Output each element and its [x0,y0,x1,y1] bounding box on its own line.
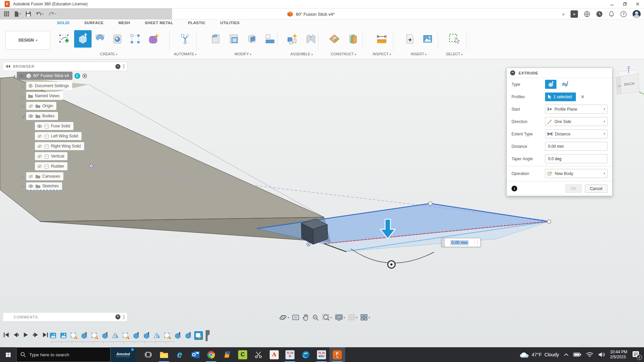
extent-type-dropdown[interactable]: Distance ▾ [545,129,607,138]
panel-resize-grip[interactable] [123,64,124,69]
eye-off-icon[interactable] [28,175,34,178]
tab-utilities[interactable]: UTILITIES [220,21,239,25]
cancel-button[interactable]: Cancel [585,184,607,193]
distance-value-field[interactable]: 0.00 mm [445,240,474,245]
battery-icon[interactable] [573,352,581,357]
start-button[interactable] [0,347,16,362]
file-menu-icon[interactable]: ▾ [14,11,21,17]
automate-button[interactable] [178,32,193,46]
eye-icon[interactable] [37,124,42,128]
browser-item-vertical[interactable]: Vertical [35,152,67,160]
comments-panel-header[interactable]: COMMENTS + [3,312,127,321]
start-dropdown[interactable]: Profile Plane ▾ [545,105,607,114]
tree-expand-arrow[interactable]: ▷ [20,185,26,188]
volume-icon[interactable] [598,352,605,357]
split-body-button[interactable] [263,32,277,46]
timeline-feature-sketch[interactable] [163,331,172,340]
taskbar-app-task-view[interactable] [140,347,156,362]
clear-selection-icon[interactable]: ✕ [581,94,585,100]
eye-off-icon[interactable] [37,165,42,168]
eye-off-icon[interactable] [37,155,42,158]
timeline-feature-sketch[interactable] [194,331,203,340]
fit-view-icon[interactable]: ▾ [322,314,332,321]
extensions-icon[interactable] [584,11,590,17]
group-label-modify[interactable]: MODIFY▾ [234,52,251,56]
timeline-position-marker[interactable] [205,330,210,342]
timeline-feature-mirror[interactable] [111,331,120,340]
tab-solid[interactable]: SOLID [57,21,69,25]
close-document-icon[interactable]: × [562,11,565,17]
tab-sheet-metal[interactable]: SHEET METAL [145,21,173,25]
insert-canvas-button[interactable] [420,32,435,46]
floating-distance-input[interactable]: 0.00 mm ⋮ [441,238,481,247]
browser-item-sketches[interactable]: Sketches [26,182,62,190]
taskbar-app-chrome[interactable] [203,347,219,362]
operation-dropdown[interactable]: New Body ▾ [545,169,607,178]
timeline-feature-canvas[interactable] [49,331,57,340]
browser-item-bodies[interactable]: Bodies [26,112,58,120]
step-back-button[interactable] [13,332,19,338]
eye-icon[interactable] [28,114,34,118]
tree-expand-arrow[interactable]: ▷ [20,94,26,98]
browser-item-fuse-solid[interactable]: Fuse Solid [35,122,73,130]
group-label-automate[interactable]: AUTOMATE▾ [174,52,196,56]
step-forward-button[interactable] [33,332,39,338]
corner-point-handle[interactable] [547,220,551,224]
direction-dropdown[interactable]: One Side ▾ [545,117,607,126]
taskbar-app-file-explorer[interactable] [156,347,172,362]
edge-midpoint-handle[interactable] [429,202,432,205]
timeline-feature-mirror[interactable] [153,331,161,340]
taskbar-app-camtasia-app[interactable]: C [235,347,251,362]
timeline-feature-sketch[interactable] [90,331,99,340]
root-rib-solid[interactable] [301,219,328,244]
restore-button[interactable] [619,0,631,8]
browser-collapse-icon[interactable]: − [115,64,120,69]
timeline-feature-extrude[interactable] [142,331,151,340]
tree-expand-arrow[interactable]: ▷ [20,175,26,178]
redo-icon[interactable]: ▾ [49,12,56,16]
input-drag-grip[interactable] [442,238,445,247]
pinned-app-amsted[interactable]: Amsted INDUSTRIES [111,347,136,362]
create-sketch-button[interactable] [57,32,71,46]
group-label-inspect[interactable]: INSPECT▾ [373,52,391,56]
tree-expand-arrow[interactable]: ▷ [20,84,26,88]
viewcube-side-label[interactable]: HT [618,84,622,88]
timeline-feature-extrude[interactable] [132,331,141,340]
tree-expand-arrow[interactable]: ▷ [20,104,26,108]
measure-button[interactable] [374,32,389,46]
taskbar-app-snipping-tool[interactable] [251,347,266,362]
taper-angle-handle[interactable] [388,261,395,268]
orbit-icon[interactable]: ▾ [279,314,289,321]
help-icon[interactable]: ? [620,11,627,17]
activate-component-radio[interactable] [82,73,87,78]
grid-settings-icon[interactable]: ▾ [348,314,358,321]
select-button[interactable] [447,32,462,46]
weather-widget[interactable]: 47°F Cloudy [519,351,559,358]
timeline-feature-sketch[interactable] [69,331,78,340]
insert-derive-button[interactable] [402,32,417,46]
tab-mesh[interactable]: MESH [118,21,130,25]
distance-input[interactable]: 0.00 mm [545,142,607,151]
group-label-construct[interactable]: CONSTRUCT▾ [331,52,356,56]
timeline-feature-canvas[interactable] [59,331,68,340]
workspace-selector[interactable]: DESIGN▾ [5,31,50,50]
browser-item-60-fusion-stick-v4[interactable]: 60" Fusion Stick v4 [17,72,72,80]
taper-angle-input[interactable]: 0.0 deg [545,154,607,163]
type-thin-extrude-button[interactable] [559,80,571,89]
viewports-icon[interactable]: ▾ [361,314,370,321]
group-label-assemble[interactable]: ASSEMBLE▾ [290,52,313,56]
save-icon[interactable] [26,11,31,16]
play-button[interactable] [23,332,29,338]
browser-item-document-settings[interactable]: Document Settings [26,82,72,90]
input-options-icon[interactable]: ⋮ [474,240,480,245]
group-label-insert[interactable]: INSERT▾ [411,52,426,56]
eye-icon[interactable] [19,74,24,78]
tray-expand-chevron-icon[interactable] [564,353,569,356]
timeline-feature-extrude[interactable] [184,331,193,340]
browser-item-origin[interactable]: Origin [26,102,56,110]
group-label-select[interactable]: SELECT▾ [446,52,463,56]
taskbar-app-tl75-h[interactable]: TL75H [282,347,298,362]
hole-button[interactable] [110,32,125,46]
taskbar-app-fusion-360[interactable]: F360 [329,347,345,362]
tab-surface[interactable]: SURFACE [84,21,104,25]
